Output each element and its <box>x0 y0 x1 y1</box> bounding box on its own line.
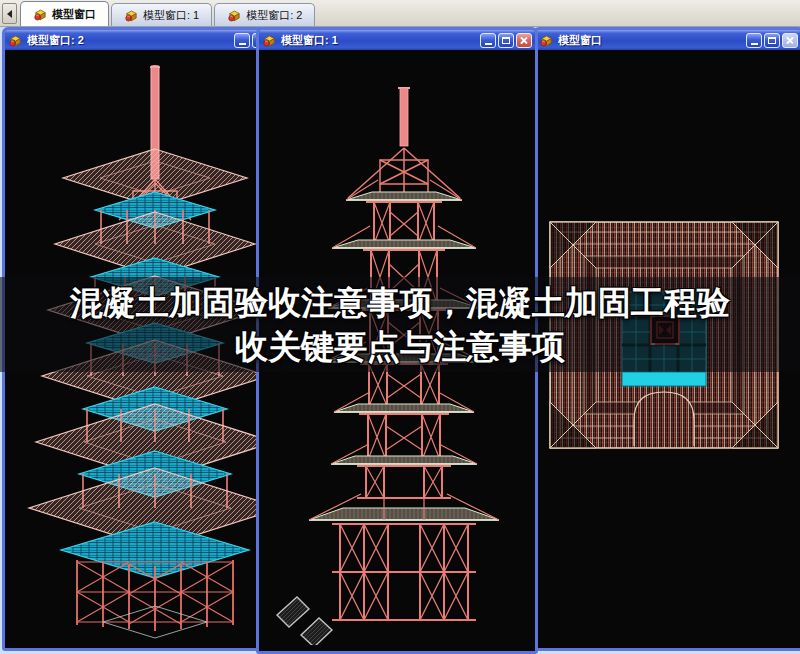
tab-model-window-1[interactable]: 模型窗口: 1 <box>111 3 212 26</box>
close-button[interactable] <box>516 33 532 48</box>
close-button[interactable] <box>782 33 798 48</box>
minimize-button[interactable] <box>746 33 762 48</box>
tab-scroll-left-button[interactable] <box>2 3 17 24</box>
window-model-1-titlebar[interactable]: 模型窗口: 1 <box>259 30 535 50</box>
window-model: 模型窗口 <box>533 27 800 651</box>
minimize-button[interactable] <box>234 33 250 48</box>
close-icon <box>520 36 529 45</box>
ucs-axis-icon <box>277 597 332 645</box>
maximize-button[interactable] <box>498 33 514 48</box>
pagoda-plan-wireframe <box>536 50 795 642</box>
maximize-button[interactable] <box>764 33 780 48</box>
window-model-2: 模型窗口: 2 <box>2 27 292 651</box>
minimize-icon <box>751 43 758 45</box>
tab-model-window[interactable]: 模型窗口 <box>20 1 109 26</box>
tab-label: 模型窗口: 1 <box>143 8 199 23</box>
window-title: 模型窗口 <box>558 33 744 48</box>
model-window-icon <box>124 8 139 23</box>
minimize-icon <box>485 43 492 45</box>
viewport-3d-perspective[interactable] <box>5 50 289 648</box>
model-window-icon <box>33 7 48 22</box>
minimize-icon <box>239 43 246 45</box>
viewport-top-plan[interactable] <box>536 50 800 648</box>
tab-model-window-2[interactable]: 模型窗口: 2 <box>214 3 315 26</box>
tab-label: 模型窗口 <box>52 7 96 22</box>
window-title: 模型窗口: 1 <box>281 33 478 48</box>
pagoda-elevation-wireframe <box>259 50 529 645</box>
close-icon <box>786 36 795 45</box>
maximize-icon <box>502 37 510 44</box>
pagoda-3d-wireframe <box>5 50 283 642</box>
chevron-left-icon <box>7 10 12 18</box>
tab-label: 模型窗口: 2 <box>246 8 302 23</box>
window-model-1: 模型窗口: 1 <box>256 27 538 654</box>
model-window-icon <box>227 8 242 23</box>
model-window-icon <box>262 33 277 48</box>
model-window-icon <box>8 33 23 48</box>
model-window-tab-bar: 模型窗口 模型窗口: 1 模型窗口: 2 <box>0 0 800 27</box>
window-model-titlebar[interactable]: 模型窗口 <box>536 30 800 50</box>
window-model-2-titlebar[interactable]: 模型窗口: 2 <box>5 30 289 50</box>
maximize-icon <box>768 37 776 44</box>
viewport-front-elevation[interactable] <box>259 50 535 651</box>
window-title: 模型窗口: 2 <box>27 33 232 48</box>
model-window-icon <box>539 33 554 48</box>
minimize-button[interactable] <box>480 33 496 48</box>
